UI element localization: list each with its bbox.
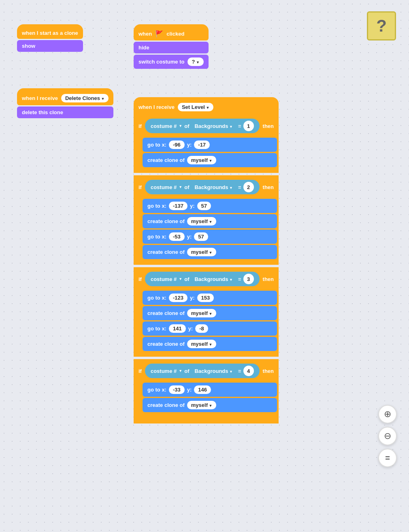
goto-block-4: go to x: -33 y: 146 (143, 383, 277, 397)
sprite-thumbnail: ? (367, 11, 396, 40)
x-val-2b: -53 (169, 232, 185, 241)
goto-x-label-4: go to x: (147, 387, 166, 393)
delete-clone-label: delete this clone (22, 109, 63, 115)
fit-button[interactable]: = (378, 449, 397, 467)
of-label-4: of (184, 368, 189, 374)
when-label: when (138, 31, 152, 37)
if-body-2: go to x: -137 y: 57 create clone of myse… (134, 197, 279, 261)
zoom-controls: ⊕ ⊖ = (378, 405, 397, 467)
hat-bump2 (22, 88, 38, 95)
if-footer-3 (134, 353, 279, 357)
flag-icon: 🚩 (155, 30, 163, 38)
if-label-3: if (138, 276, 142, 282)
stack-flag-clicked: when 🚩 clicked hide switch costume to ? (134, 24, 209, 69)
condition-3: costume # ▼ of Backgrounds = 3 (145, 272, 260, 286)
goto-x-label-3b: go to x: (147, 326, 166, 332)
if-body-4: go to x: -33 y: 146 create clone of myse… (134, 381, 279, 414)
create-clone-block-4: create clone of myself (143, 398, 277, 412)
costume-hash-2: costume # (151, 184, 177, 190)
hide-label: hide (138, 45, 149, 51)
costume-hash-arrow-1: ▼ (179, 124, 182, 128)
hat-bump4 (138, 97, 155, 104)
zoom-in-icon: ⊕ (384, 409, 391, 419)
myself-pill-3b[interactable]: myself (187, 340, 217, 348)
goto-x-label-3a: go to x: (147, 295, 166, 301)
goto-block-3b: go to x: 141 y: -8 (143, 321, 277, 336)
when-receive-label2: when I receive (138, 104, 175, 110)
if-wrapper-4: if costume # ▼ of Backgrounds = 4 then g… (134, 359, 279, 423)
y-val-1: -17 (194, 140, 210, 149)
myself-pill-1[interactable]: myself (187, 156, 217, 164)
show-label: show (22, 43, 35, 49)
create-clone-label-1: create clone of (147, 157, 185, 163)
create-clone-label-2a: create clone of (147, 218, 185, 224)
num-bubble-3: 3 (243, 274, 254, 284)
if-footer-4 (134, 414, 279, 423)
equals-2: = (238, 184, 241, 190)
myself-pill-2a[interactable]: myself (187, 217, 217, 226)
then-label-4: then (263, 368, 274, 374)
when-receive-label: when I receive (22, 95, 58, 101)
backgrounds-pill-1[interactable]: Backgrounds (191, 122, 236, 130)
y-val-2b: 57 (194, 232, 208, 241)
if-label-4: if (138, 368, 142, 374)
costume-hash-arrow-2: ▼ (179, 185, 182, 189)
if-body-1: go to x: -96 y: -17 create clone of myse… (134, 136, 279, 169)
block-delete-clone: delete this clone (17, 106, 113, 118)
zoom-in-button[interactable]: ⊕ (378, 405, 397, 423)
condition-1: costume # ▼ of Backgrounds = 1 (145, 119, 260, 133)
backgrounds-pill-4[interactable]: Backgrounds (191, 367, 236, 375)
myself-pill-2b[interactable]: myself (187, 248, 217, 256)
y-val-4: 146 (194, 385, 211, 394)
x-val-2a: -137 (169, 202, 187, 210)
create-clone-label-2b: create clone of (147, 249, 185, 255)
goto-block-2b: go to x: -53 y: 57 (143, 230, 277, 244)
set-level-pill[interactable]: Set Level (178, 103, 214, 111)
hat-when-start-clone: when I start as a clone (17, 24, 83, 39)
goto-block-1: go to x: -96 y: -17 (143, 138, 277, 152)
equals-1: = (238, 123, 241, 129)
if-wrapper-1: if costume # ▼ of Backgrounds = 1 then g… (134, 114, 279, 173)
main-stack: when I receive Set Level if costume # ▼ … (134, 97, 279, 423)
hat-set-level: when I receive Set Level (134, 97, 279, 114)
then-label-3: then (263, 276, 274, 282)
goto-block-2a: go to x: -137 y: 57 (143, 199, 277, 213)
stack-when-start-clone: when I start as a clone show (17, 24, 83, 52)
num-bubble-2: 2 (243, 182, 254, 192)
goto-x-label-2b: go to x: (147, 234, 166, 240)
sprite-question-mark: ? (376, 16, 387, 36)
create-clone-label-3a: create clone of (147, 310, 185, 316)
y-val-3b: -8 (195, 324, 208, 333)
create-clone-block-1: create clone of myself (143, 153, 277, 167)
y-val-2a: 57 (197, 202, 211, 210)
of-label-1: of (184, 123, 189, 129)
stack-delete-clones: when I receive Delete Clones delete this… (17, 88, 113, 118)
of-label-3: of (184, 276, 189, 282)
create-clone-block-3b: create clone of myself (143, 337, 277, 351)
delete-clones-pill[interactable]: Delete Clones (61, 94, 109, 102)
costume-value-pill[interactable]: ? (187, 57, 203, 66)
condition-2: costume # ▼ of Backgrounds = 2 (145, 180, 260, 194)
create-clone-block-3a: create clone of myself (143, 306, 277, 320)
goto-x-label-2a: go to x: (147, 203, 166, 209)
myself-pill-4[interactable]: myself (187, 401, 217, 409)
myself-pill-3a[interactable]: myself (187, 309, 217, 317)
backgrounds-pill-3[interactable]: Backgrounds (191, 275, 236, 283)
y-label-2a: y: (190, 203, 195, 209)
costume-hash-arrow-4: ▼ (179, 369, 182, 373)
equals-3: = (238, 276, 241, 282)
create-clone-block-2b: create clone of myself (143, 245, 277, 259)
if-wrapper-2: if costume # ▼ of Backgrounds = 2 then g… (134, 175, 279, 265)
costume-hash-4: costume # (151, 368, 177, 374)
switch-costume-label: switch costume to (138, 59, 184, 65)
costume-hash-1: costume # (151, 123, 177, 129)
hat-bump3 (138, 24, 155, 31)
hat-bump (22, 24, 38, 31)
y-val-3a: 153 (197, 294, 214, 302)
zoom-out-button[interactable]: ⊖ (378, 427, 397, 445)
backgrounds-pill-2[interactable]: Backgrounds (191, 183, 236, 192)
goto-x-label-1: go to x: (147, 142, 166, 148)
equals-4: = (238, 368, 241, 374)
then-label-1: then (263, 123, 274, 129)
when-start-clone-label: when I start as a clone (22, 30, 78, 36)
